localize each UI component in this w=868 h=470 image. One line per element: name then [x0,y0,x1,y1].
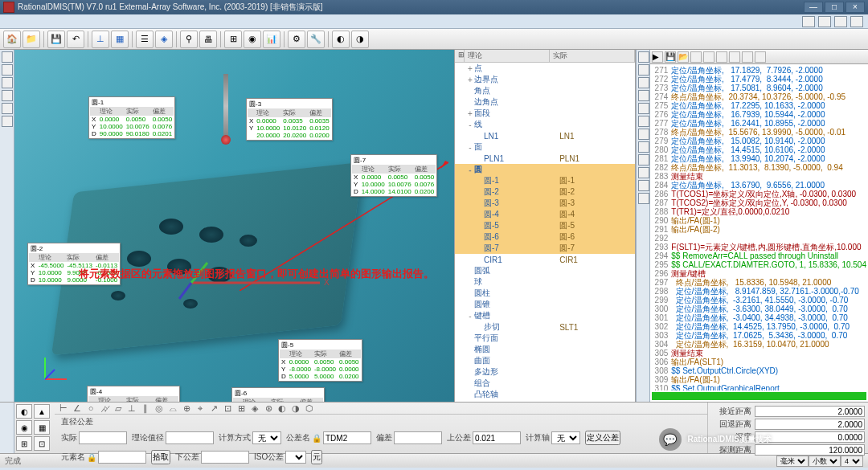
dev-input[interactable] [394,431,442,444]
tree-item[interactable]: 组合 [455,378,635,389]
tol-type-icon[interactable]: ▱ [113,403,124,414]
undo-button[interactable]: ↶ [67,31,84,48]
tol-icon[interactable]: ◐ [16,404,32,419]
side-icon[interactable] [638,51,649,63]
code-line[interactable]: 282终点/温角坐标, 11.3013, 8.1390, -5.0000, 0.… [652,163,866,172]
tol-icon[interactable]: ▦ [34,420,50,435]
tol-icon[interactable]: ▲ [34,404,50,419]
tool-icon[interactable] [703,51,714,63]
nominal-input[interactable] [166,431,214,444]
top-icon[interactable] [818,16,831,27]
tree-item[interactable]: PLN1PLN1 [455,153,635,164]
tree-item[interactable]: 圆弧 [455,265,635,276]
code-line[interactable]: 275定位/温角坐标, 17.2295, 10.1633, -2.0000 [652,101,866,110]
approach-input[interactable] [755,406,865,417]
meas-button[interactable]: ◈ [155,31,173,48]
tree-item[interactable]: 多边形 [455,366,635,378]
measurement-label[interactable]: 圆-5理论实际偏差X0.00000.00500.0050Y-8.0000-8.0… [278,339,362,382]
tol-type-icon[interactable]: ◐ [276,403,288,414]
lower-input[interactable] [201,451,249,464]
tool-button[interactable]: ◐ [332,31,350,48]
side-icon[interactable] [638,64,649,76]
measurement-label[interactable]: 圆-6理论实际偏差X-13.0000-13.0240-0.0240Y-10.00… [231,387,325,402]
tol-type-icon[interactable]: ⊕ [181,403,192,414]
code-line[interactable]: 298 定位/温角坐标, 8.9147.859, 32.7161.-3.0000… [652,287,866,296]
chart-button[interactable]: 📊 [263,31,280,48]
code-line[interactable]: 306输出/FA(SLT1) [652,358,866,366]
tol-type-icon[interactable]: ○ [85,403,96,414]
code-line[interactable]: 300 定位/温角坐标, -3.6300, 38.0449, -3.0000, … [652,304,866,313]
save-icon[interactable]: 💾 [665,51,676,63]
tol-type-icon[interactable]: ⊞ [235,403,247,414]
measurement-label[interactable]: 圆-3理论实际偏差X0.00000.00350.0035Y10.000010.0… [246,98,333,141]
code-line[interactable]: 297 终点/温角坐标, 15.8336, 10.5948, 21.0000 [652,278,866,287]
top-icon[interactable] [850,16,863,27]
elem-input[interactable] [98,451,146,464]
side-icon[interactable] [2,116,13,127]
tree-item[interactable]: 圆-5圆-5 [455,220,635,231]
side-icon[interactable] [638,180,649,191]
code-line[interactable]: 304 定位/温角坐标, 16.3159, 10.0470, 21.0000 [652,340,866,349]
iso-select[interactable] [285,451,306,464]
tol-type-icon[interactable]: ↗ [208,403,219,414]
code-line[interactable]: 296测量/键槽 [652,269,866,278]
define-tol-button[interactable]: 定义公差 [585,431,620,445]
code-line[interactable]: 276定位/温角坐标, 16.7939, 10.5944, -2.0000 [652,110,866,119]
tree-item[interactable]: -圆 [455,164,635,175]
measurement-label[interactable]: 圆-4理论实际偏差X-45.5000-45.5714-0.0714Y-8.000… [87,386,180,402]
sensor-button[interactable]: ◉ [244,31,261,48]
tree-item[interactable]: 边角点 [455,96,635,108]
code-line[interactable]: 273定位/温角坐标, 17.5081, 8.9604, -2.0000 [652,84,866,92]
tree-item[interactable]: -键槽 [455,310,635,321]
side-icon[interactable] [638,116,649,127]
side-icon[interactable] [2,64,13,76]
method-select[interactable]: 无 [252,431,281,444]
code-line[interactable]: 278终点/温角坐标, 15.5676, 13.9990, -5.0000, -… [652,128,866,137]
side-icon[interactable] [638,193,649,204]
measurement-label[interactable]: 圆-7理论实际偏差X0.00000.00500.0050Y10.000010.0… [350,154,437,197]
tol-type-icon[interactable]: ⊡ [222,403,233,414]
tree-item[interactable]: 圆柱 [455,288,635,299]
side-icon[interactable] [2,103,13,114]
axis-button[interactable]: ⊥ [92,31,109,48]
tree-item[interactable]: LN1LN1 [455,130,635,141]
settings-button[interactable]: ⚙ [288,31,305,48]
tool-button[interactable]: 🔧 [307,31,325,48]
code-line[interactable]: 299 定位/温角坐标, -3.2161, 41.5550, -3.0000, … [652,296,866,304]
code-line[interactable]: 287T(TCOS2)=坐标定义/双向定位,Y, -0.0300, 0.0300 [652,198,866,207]
side-icon[interactable] [2,51,13,63]
code-line[interactable]: 294$$ RemoveArr=CALL passed through Unin… [652,251,866,260]
side-icon[interactable] [638,129,649,140]
tree-item[interactable]: 步切SLT1 [455,321,635,333]
maximize-button[interactable]: □ [825,2,844,13]
tol-type-icon[interactable]: ⌖ [194,403,206,414]
code-line[interactable]: 309输出/FA(圆-1) [652,375,866,384]
run-icon[interactable]: ▶ [652,51,663,63]
minimize-button[interactable]: — [804,2,823,13]
layer-button[interactable]: ☰ [136,31,154,48]
feature-tree[interactable]: +点+边界点角点边角点+面段-线LN1LN1-面PLN1PLN1-圆圆-1圆-1… [455,63,635,402]
probe-button[interactable]: ⚲ [180,31,198,48]
tree-item[interactable]: -面 [455,141,635,153]
code-line[interactable]: 288T(TR1)=定义/直径,0.0000,0.0210 [652,207,866,216]
side-icon[interactable] [2,90,13,101]
code-line[interactable]: 279定位/温角坐标, 15.0082, 10.9140, -2.0000 [652,137,866,145]
actual-input[interactable] [79,431,127,444]
code-line[interactable]: 310$$ Set.OutputGraphicalReport [652,384,866,390]
tool-button[interactable]: ◑ [351,31,369,48]
tol-type-icon[interactable]: ∠ [72,403,83,414]
code-line[interactable]: 283测量结束 [652,172,866,181]
side-icon[interactable] [638,154,649,166]
tool-icon[interactable] [716,51,727,63]
code-line[interactable]: 303 定位/温角坐标, 17.0625, 5.3436, -3.0000, 0… [652,331,866,340]
tree-item[interactable]: +边界点 [455,74,635,85]
home-button[interactable]: 🏠 [3,31,21,48]
code-line[interactable]: 290输出/FA(圆-1) [652,216,866,225]
upper-input[interactable] [473,431,521,444]
code-line[interactable]: 301 定位/温角坐标, -3.0400, 34.4938, -3.0000, … [652,313,866,322]
code-line[interactable]: 305测量结束 [652,349,866,358]
format-select[interactable]: 小数 [809,456,841,467]
unit-select[interactable]: 毫米 [776,456,809,467]
code-line[interactable]: 292 [652,234,866,243]
side-icon[interactable] [638,90,649,101]
